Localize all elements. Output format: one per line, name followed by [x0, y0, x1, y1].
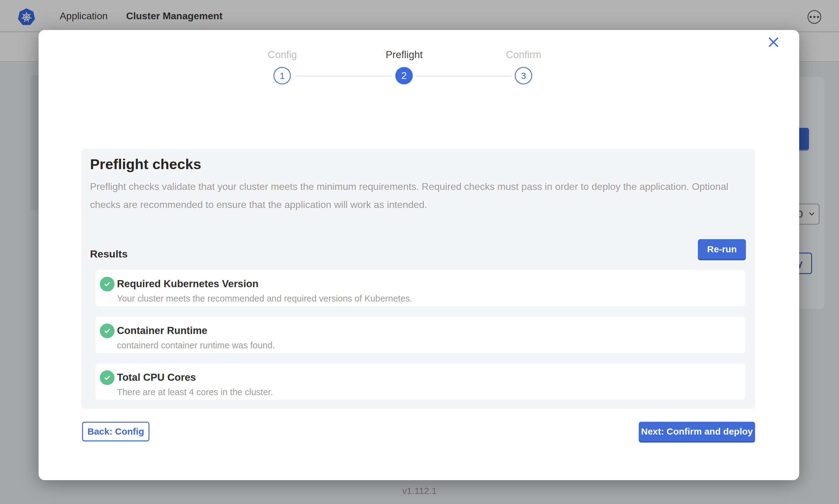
back-config-button[interactable]: Back: Config — [82, 422, 150, 441]
check-pass-icon — [100, 277, 115, 291]
step-circle-preflight[interactable]: 2 — [395, 67, 413, 85]
check-pass-icon — [100, 324, 115, 338]
close-modal-button[interactable] — [766, 35, 781, 50]
check-pass-icon — [100, 370, 115, 385]
panel-description: Preflight checks validate that your clus… — [90, 178, 730, 214]
step-label-config: Config — [236, 49, 328, 60]
panel-title: Preflight checks — [90, 156, 201, 173]
preflight-panel: Preflight checks Preflight checks valida… — [82, 149, 755, 409]
check-row-total-cpu-cores: Total CPU Cores There are at least 4 cor… — [96, 364, 745, 400]
stepper-connector — [416, 75, 511, 77]
step-circle-config[interactable]: 1 — [273, 67, 291, 85]
check-title: Total CPU Cores — [117, 372, 196, 383]
step-label-preflight: Preflight — [358, 49, 450, 60]
check-row-container-runtime: Container Runtime containerd container r… — [96, 317, 745, 353]
step-circle-confirm[interactable]: 3 — [515, 67, 532, 85]
check-message: There are at least 4 cores in the cluste… — [117, 387, 273, 397]
rerun-button[interactable]: Re-run — [698, 239, 746, 259]
check-message: Your cluster meets the recommended and r… — [117, 293, 412, 304]
stepper-connector — [295, 75, 392, 77]
check-title: Container Runtime — [117, 325, 207, 337]
preflight-modal: Config Preflight Confirm 1 2 3 Preflight… — [38, 30, 799, 480]
check-title: Required Kubernetes Version — [117, 278, 258, 290]
close-icon — [768, 37, 779, 48]
step-label-confirm: Confirm — [478, 49, 569, 60]
app-root: Application Cluster Management 0 y v1.11… — [0, 0, 839, 504]
check-message: containerd container runtime was found. — [117, 340, 275, 350]
check-row-kubernetes-version: Required Kubernetes Version Your cluster… — [96, 270, 745, 306]
results-heading: Results — [90, 248, 128, 260]
next-confirm-deploy-button[interactable]: Next: Confirm and deploy — [639, 422, 755, 441]
